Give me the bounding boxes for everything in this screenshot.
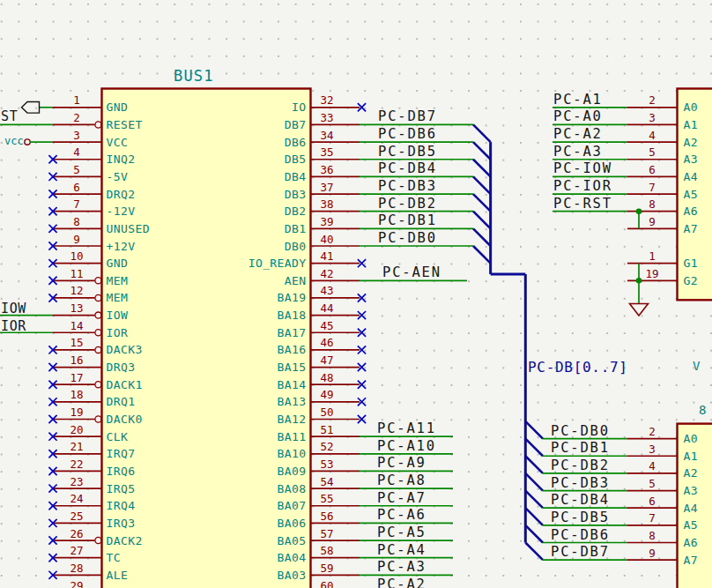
net-label[interactable]: PC-DB6 [378, 126, 437, 142]
global-label-arrow[interactable] [22, 102, 40, 114]
net-label[interactable]: PC-A6 [377, 507, 426, 523]
inverted-pin-bubble [95, 382, 101, 388]
pin-name: A0 [684, 100, 698, 114]
net-label[interactable]: PC-A3 [377, 559, 426, 575]
net-label[interactable]: PC-A8 [377, 473, 426, 488]
net-label[interactable]: PC-IOW [553, 160, 612, 176]
net-label[interactable]: PC-DB5 [378, 144, 437, 160]
net-label[interactable]: PC-DB2 [551, 458, 610, 473]
pin-number: 14 [70, 319, 83, 332]
bus-entry[interactable] [473, 160, 491, 177]
global-label-rst-partial[interactable]: ST [1, 108, 18, 124]
pin-name: ALE [107, 569, 129, 582]
bus-entry[interactable] [525, 491, 543, 509]
pin-number: 6 [649, 495, 656, 508]
bus-entry[interactable] [525, 473, 543, 491]
net-label[interactable]: PC-DB5 [551, 510, 610, 525]
net-label[interactable]: PC-A11 [377, 421, 436, 436]
vcc-power-label[interactable]: vcc [4, 135, 24, 147]
net-label[interactable]: PC-DB3 [551, 475, 610, 491]
bus-entry[interactable] [525, 421, 543, 439]
net-label[interactable]: PC-IOR [553, 178, 612, 194]
net-label[interactable]: PC-A1 [553, 92, 603, 108]
net-label[interactable]: PC-DB1 [378, 212, 437, 228]
bus1-reference[interactable]: BUS1 [174, 67, 214, 85]
bus-entry[interactable] [473, 228, 491, 246]
net-label[interactable]: PC-A3 [553, 144, 603, 160]
pin-number: 5 [73, 163, 80, 176]
bus-entry[interactable] [473, 194, 491, 212]
pin-number: 8 [649, 529, 656, 542]
pin-number: 47 [320, 354, 333, 367]
pin-name: BA11 [278, 430, 307, 443]
gnd-symbol[interactable] [630, 304, 649, 316]
net-label[interactable]: PC-DB2 [378, 196, 437, 212]
pin-name: A1 [684, 450, 698, 463]
schematic-wiring-layer: 1GND2RESET3VCC4INQ25-5V6DRQ27-12V8UNUSED… [0, 0, 712, 588]
pin-number: 18 [70, 388, 83, 401]
bus-net-label[interactable]: PC-DB[0..7] [528, 359, 628, 376]
pin-number: 19 [70, 406, 83, 419]
pin-name: BA13 [278, 395, 307, 408]
net-label[interactable]: PC-DB4 [551, 492, 610, 508]
net-label[interactable]: PC-DB4 [378, 160, 437, 176]
net-label[interactable]: PC-DB0 [551, 423, 610, 439]
global-label-ior[interactable]: IOR [1, 318, 26, 334]
pin-name: IRQ4 [107, 499, 136, 512]
pin-number: 4 [73, 145, 80, 159]
bus-entry[interactable] [473, 212, 491, 229]
net-label[interactable]: PC-A0 [553, 108, 603, 124]
bus-entry[interactable] [525, 525, 543, 543]
pin-number: 56 [320, 510, 333, 523]
net-label[interactable]: PC-RST [553, 196, 612, 212]
pin-number: 10 [70, 249, 83, 263]
net-label[interactable]: PC-DB3 [378, 178, 437, 194]
pin-number: 16 [70, 354, 83, 367]
pin-name: DACK0 [107, 413, 143, 426]
pin-name: A7 [684, 554, 698, 567]
pin-number: 43 [320, 284, 333, 297]
net-label[interactable]: PC-DB7 [378, 108, 437, 124]
pin-name: A3 [684, 484, 698, 497]
bus-entry[interactable] [473, 246, 491, 264]
pin-number: 12 [70, 284, 83, 297]
net-label[interactable]: PC-A10 [377, 438, 436, 454]
net-label[interactable]: PC-A5 [377, 525, 426, 540]
pin-name: CLK [107, 430, 129, 443]
vcc-power-symbol[interactable] [25, 139, 30, 145]
global-label-iow[interactable]: IOW [1, 301, 26, 316]
pin-number: 15 [70, 336, 83, 349]
pin-name: G2 [684, 274, 698, 287]
net-label[interactable]: PC-A4 [377, 542, 426, 558]
bus-entry[interactable] [525, 439, 543, 457]
net-label[interactable]: PC-A7 [377, 490, 426, 506]
pin-number: 1 [73, 93, 80, 107]
net-label[interactable]: PC-DB0 [378, 230, 437, 246]
bus-entry[interactable] [473, 142, 491, 160]
junction-dot [636, 208, 642, 214]
net-label[interactable]: PC-AEN [382, 264, 441, 280]
pin-number: 6 [73, 181, 80, 194]
pin-name: BA16 [278, 343, 307, 356]
inverted-pin-bubble [95, 278, 101, 284]
pin-number: 42 [320, 267, 333, 280]
pin-number: 41 [320, 249, 333, 263]
net-label[interactable]: PC-A2 [377, 577, 426, 588]
pin-name: BA08 [278, 482, 307, 495]
bus-entry[interactable] [473, 124, 491, 142]
net-label[interactable]: PC-DB1 [551, 440, 610, 456]
bus-entry[interactable] [525, 456, 543, 473]
bus-entry[interactable] [473, 176, 491, 194]
junction-dot [636, 278, 642, 284]
pin-name: DRQ2 [107, 188, 136, 201]
pin-name: A6 [684, 536, 698, 549]
pin-number: 59 [320, 562, 333, 575]
net-label[interactable]: PC-DB7 [551, 544, 610, 560]
net-label[interactable]: PC-A2 [553, 126, 603, 142]
pin-number: 7 [649, 181, 656, 194]
net-label[interactable]: PC-A9 [377, 455, 426, 471]
bus-entry[interactable] [525, 543, 543, 561]
bus-entry[interactable] [525, 508, 543, 525]
pin-number: 21 [70, 440, 83, 453]
net-label[interactable]: PC-DB6 [551, 527, 610, 543]
